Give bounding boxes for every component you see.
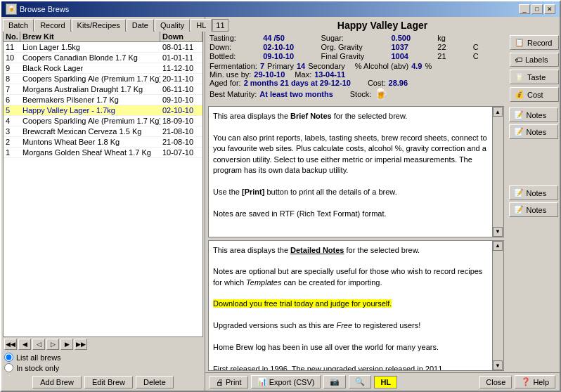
brief-notes-content: This area displays the Brief Notes for t…	[209, 107, 492, 237]
brew-name-header: Happy Valley Lager	[205, 17, 560, 32]
list-item[interactable]: 11 Lion Lager 1.5kg 08-01-11	[4, 42, 202, 53]
header-down: Down	[160, 32, 202, 41]
list-all-radio[interactable]: List all brews	[4, 353, 202, 362]
down-label: Down:	[209, 43, 260, 51]
taste-button[interactable]: 🥛 Taste	[510, 70, 559, 84]
notes-columns: This area displays the Brief Notes for t…	[205, 105, 507, 372]
list-item[interactable]: 6 Beermakers Pilsener 1.7 Kg 09-10-10	[4, 95, 202, 105]
print-icon: 🖨	[216, 378, 224, 386]
notes4-button[interactable]: 📝 Notes	[509, 202, 558, 217]
tab-number[interactable]: 11	[212, 19, 228, 32]
help-button[interactable]: ❓ Help	[515, 375, 555, 388]
aged-label: Aged for:	[209, 79, 241, 87]
labels-icon: 🏷	[515, 55, 522, 64]
max-label: Max:	[295, 70, 311, 79]
fermentation-secondary-label: Secondary	[308, 62, 345, 70]
notes3-button[interactable]: 📝 Notes	[509, 185, 558, 200]
scroll-track	[493, 117, 503, 227]
notes2-button[interactable]: 📝 Notes	[509, 124, 558, 139]
export-icon: 📊	[257, 377, 267, 386]
side-buttons: 📋 Record 🏷 Labels 🥛 Taste 💰 Cost	[507, 32, 560, 105]
best-maturity-value: At least two months	[259, 90, 333, 98]
list-item[interactable]: 10 Coopers Canadian Blonde 1.7 Kg 01-01-…	[4, 53, 202, 63]
title-bar-left: 🍺 Browse Brews	[6, 4, 69, 15]
final-gravity-value: 1004	[391, 52, 434, 60]
nav-prev-button[interactable]: ◁	[32, 339, 45, 350]
tab-hl[interactable]: HL	[191, 19, 212, 32]
tab-kits-recipes[interactable]: Kits/Recipes	[72, 19, 126, 32]
min-use-row: Min. use by: 29-10-10 Max: 13-04-11	[205, 70, 507, 79]
nav-first-button[interactable]: ◀◀	[4, 339, 17, 350]
list-item[interactable]: 7 Morgans Australian Draught 1.7 Kg 06-1…	[4, 84, 202, 95]
notes1-icon: 📝	[514, 110, 524, 119]
final-gravity-temp: 21	[437, 52, 470, 60]
detail-scroll-up-button[interactable]: ▲	[493, 241, 503, 251]
fermentation-primary-value: 7	[260, 62, 264, 70]
nav-next-button[interactable]: ▷	[46, 339, 59, 350]
tabs-bar: Batch Record Kits/Recipes Date Quality H…	[1, 17, 205, 31]
list-item[interactable]: 3 Brewcraft Mexican Cerveza 1.5 Kg 21-08…	[4, 126, 202, 137]
search-icon: 🔍	[355, 377, 365, 386]
tab-record[interactable]: Record	[34, 19, 70, 32]
fermentation-secondary-value: 14	[297, 62, 305, 70]
fermentation-primary-label: Primary	[267, 62, 294, 70]
minimize-button[interactable]: _	[519, 4, 530, 14]
list-item-selected[interactable]: 5 Happy Valley Lager - 1.7kg 02-10-10	[4, 105, 202, 116]
info-grid: Tasting: 44 /50 Sugar: 0.500 kg Down: 02…	[205, 32, 507, 62]
aged-value: 2 months 21 days at 29-12-10	[244, 79, 351, 87]
bottom-bar: 🖨 Print 📊 Export (CSV) 📷 🔍 HL Close ❓	[205, 372, 560, 391]
right-panel: Happy Valley Lager Tasting: 44 /50 Sugar…	[205, 17, 560, 391]
tasting-label: Tasting:	[209, 34, 260, 42]
nav-next-page-button[interactable]: ▶	[60, 339, 73, 350]
tasting-value: 44 /50	[263, 34, 318, 42]
record-button[interactable]: 📋 Record	[510, 35, 559, 50]
header-no: No.	[4, 32, 20, 41]
action-buttons: Add Brew Edit Brew Delete	[1, 374, 205, 391]
list-item[interactable]: 1 Morgans Golden Sheaf Wheat 1.7 Kg 10-0…	[4, 148, 202, 158]
add-brew-button[interactable]: Add Brew	[32, 376, 82, 388]
fermentation-label: Fermentation:	[209, 62, 257, 70]
edit-brew-button[interactable]: Edit Brew	[84, 376, 133, 388]
notes2-icon: 📝	[514, 127, 524, 136]
hl-button[interactable]: HL	[374, 376, 397, 388]
help-icon: ❓	[521, 377, 531, 386]
left-panel: Batch Record Kits/Recipes Date Quality H…	[1, 17, 205, 391]
maximize-button[interactable]: □	[531, 4, 543, 14]
down-value: 02-10-10	[263, 43, 318, 51]
camera-button[interactable]: 📷	[323, 375, 346, 388]
labels-button[interactable]: 🏷 Labels	[510, 53, 559, 67]
close-button[interactable]: ✕	[544, 4, 555, 14]
detailed-notes-scrollbar[interactable]: ▲ ▼	[492, 241, 503, 371]
bottled-value: 09-10-10	[263, 52, 318, 60]
in-stock-radio[interactable]: In stock only	[4, 363, 202, 372]
cost-value: 28.96	[389, 79, 408, 87]
window-title: Browse Brews	[20, 5, 69, 13]
alcohol-value: 4.9	[411, 62, 422, 70]
close-button[interactable]: Close	[479, 376, 512, 388]
notes1-button[interactable]: 📝 Notes	[509, 107, 558, 122]
nav-last-button[interactable]: ▶▶	[75, 339, 87, 350]
content-area: Batch Record Kits/Recipes Date Quality H…	[1, 17, 560, 391]
tab-quality[interactable]: Quality	[155, 19, 190, 32]
search-button[interactable]: 🔍	[349, 375, 371, 388]
brew-list-container: No. Brew Kit Down 11 Lion Lager 1.5kg 08…	[3, 31, 203, 337]
list-header: No. Brew Kit Down	[4, 32, 202, 42]
detail-scroll-down-button[interactable]: ▼	[493, 360, 503, 370]
alcohol-label: % Alcohol (abv)	[355, 62, 408, 70]
list-item[interactable]: 8 Coopers Sparkling Ale (Premium 1.7 Kg)…	[4, 74, 202, 84]
nav-prev-page-button[interactable]: ◀	[18, 339, 31, 350]
print-button[interactable]: 🖨 Print	[209, 376, 248, 388]
list-item[interactable]: 2 Muntons Wheat Beer 1.8 Kg 21-08-10	[4, 137, 202, 148]
scroll-up-button[interactable]: ▲	[493, 107, 503, 117]
list-item[interactable]: 4 Coopers Sparkling Ale (Premium 1.7 Kg)…	[4, 116, 202, 126]
export-button[interactable]: 📊 Export (CSV)	[251, 375, 321, 388]
min-use-value: 29-10-10	[254, 70, 285, 79]
list-item[interactable]: 9 Black Rock Lager 11-12-10	[4, 63, 202, 74]
header-kit: Brew Kit	[20, 32, 160, 41]
tab-batch[interactable]: Batch	[3, 19, 34, 32]
scroll-down-button[interactable]: ▼	[493, 227, 503, 237]
tab-date[interactable]: Date	[127, 19, 154, 32]
delete-brew-button[interactable]: Delete	[136, 376, 174, 388]
brief-notes-scrollbar[interactable]: ▲ ▼	[492, 107, 503, 237]
cost-button[interactable]: 💰 Cost	[510, 87, 559, 102]
